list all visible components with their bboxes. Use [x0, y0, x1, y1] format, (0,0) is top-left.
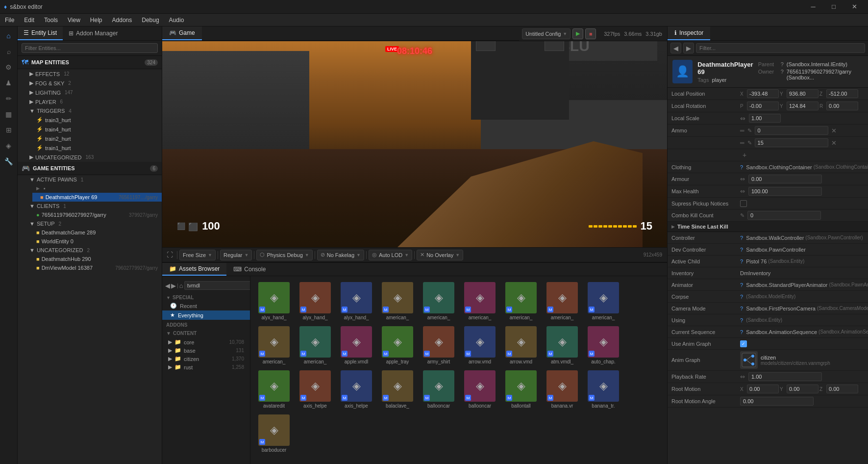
- menu-audio[interactable]: Audio: [164, 14, 189, 26]
- tab-game[interactable]: 🎮 Game: [162, 26, 202, 40]
- local-pos-x-input[interactable]: [747, 89, 779, 98]
- uncategorized-map-group[interactable]: ▶ UNCATEGORIZED 163: [25, 153, 162, 162]
- effects-group[interactable]: ▶ EFFECTS 12: [25, 69, 162, 78]
- sidebar-btn-search[interactable]: ⌕: [1, 44, 16, 59]
- ammo-delete-button-1[interactable]: ✕: [830, 126, 839, 135]
- list-item[interactable]: ⚡ train2_hurt: [32, 134, 162, 143]
- menu-addons[interactable]: Addons: [107, 14, 137, 26]
- setup-group[interactable]: ▼ SETUP 2: [25, 219, 162, 228]
- sidebar-btn-cube[interactable]: ◈: [1, 138, 16, 153]
- asset-grid-item[interactable]: ◈Mballooncar: [419, 368, 458, 411]
- asset-grid-item[interactable]: ◈Mamerican_: [501, 280, 541, 322]
- local-pos-y-input[interactable]: [787, 89, 818, 98]
- combo-kill-input[interactable]: [747, 211, 821, 220]
- sidebar-btn-person[interactable]: ♟: [1, 76, 16, 90]
- tab-assets-browser[interactable]: 📁 Assets Browser: [162, 263, 226, 276]
- deathmatch-player-item[interactable]: ■ DeathmatchPlayer 69 76561197…/garry: [32, 193, 162, 202]
- tab-addon-manager[interactable]: ⊞ Addon Manager: [63, 26, 124, 40]
- ammo-input-1[interactable]: [755, 126, 828, 135]
- overlay-control[interactable]: ✕ No Overlay ▼: [417, 250, 463, 260]
- tab-console[interactable]: ⌨ Console: [226, 263, 273, 275]
- asset-grid-item[interactable]: ◈Mamerican_: [254, 324, 294, 366]
- asset-grid-item[interactable]: ◈Mballooncar: [460, 368, 499, 411]
- local-rot-y-input[interactable]: [787, 102, 818, 110]
- asset-grid-item[interactable]: ◈Mamerican_: [296, 324, 335, 366]
- asset-grid-item[interactable]: ◈Mbalaclave_: [378, 368, 417, 411]
- lighting-group[interactable]: ▶ LIGHTING 147: [25, 88, 162, 97]
- asset-grid-item[interactable]: ◈Mamerican_: [419, 280, 458, 322]
- player-group[interactable]: ▶ PLAYER 6: [25, 97, 162, 106]
- local-rot-r-input[interactable]: [826, 102, 858, 110]
- ammo-delete-button-2[interactable]: ✕: [830, 138, 839, 147]
- asset-grid-item[interactable]: ◈Mbarboducer: [254, 412, 294, 455]
- asset-grid-item[interactable]: ◈Mamerican_: [460, 280, 499, 322]
- inspector-filter-input[interactable]: [696, 43, 865, 53]
- game-entities-header[interactable]: 🎮 GAME ENTITIES 6: [18, 162, 162, 175]
- asset-grid-item[interactable]: ◈Mballontall: [501, 368, 541, 411]
- ammo-input-2[interactable]: [755, 138, 828, 147]
- list-item[interactable]: ⚡ train1_hurt: [32, 143, 162, 153]
- free-size-control[interactable]: Free Size ▼: [179, 250, 216, 260]
- content-header[interactable]: ▼ CONTENT: [162, 329, 250, 338]
- asset-grid-item[interactable]: ◈Malyx_hand_: [337, 280, 376, 322]
- filter-entities-input[interactable]: [22, 43, 158, 53]
- list-item[interactable]: ■ WorldEntity 0: [32, 237, 162, 246]
- auto-lod-control[interactable]: ◎ Auto LOD ▼: [369, 250, 412, 260]
- root-motion-z-input[interactable]: [826, 385, 858, 393]
- armour-input[interactable]: [748, 175, 822, 183]
- fakelag-control[interactable]: ⊘ No Fakelag ▼: [317, 250, 364, 260]
- local-pos-z-input[interactable]: [826, 89, 858, 98]
- regular-control[interactable]: Regular ▼: [220, 250, 252, 260]
- folder-citizen[interactable]: ▶ 📁 citizen 1,370: [162, 355, 250, 363]
- asset-grid-item[interactable]: ◈Maxis_helpe: [337, 368, 376, 411]
- tab-entity-list[interactable]: ☰ Entity List: [18, 26, 63, 40]
- playback-rate-input[interactable]: [748, 372, 822, 381]
- asset-grid-item[interactable]: ◈Mavataredit: [254, 368, 294, 411]
- stop-button[interactable]: ■: [585, 28, 596, 39]
- play-button[interactable]: ▶: [572, 28, 583, 39]
- menu-edit[interactable]: Edit: [19, 14, 39, 26]
- path-input[interactable]: [184, 281, 250, 290]
- menu-view[interactable]: View: [63, 14, 85, 26]
- sidebar-btn-layers[interactable]: ⊞: [1, 123, 16, 137]
- menu-file[interactable]: File: [0, 14, 19, 26]
- folder-base[interactable]: ▶ 📁 base 131: [162, 346, 250, 355]
- asset-grid-item[interactable]: ◈Mapple_tray: [378, 324, 417, 366]
- local-rot-p-input[interactable]: [747, 102, 779, 110]
- suppress-pickup-checkbox[interactable]: [740, 200, 747, 207]
- sidebar-btn-home[interactable]: ⌂: [1, 28, 16, 43]
- asset-grid-item[interactable]: ◈Marrow.vmd: [501, 324, 541, 366]
- root-motion-angle-input[interactable]: [740, 397, 814, 406]
- time-since-kill-section[interactable]: ▶ Time Since Last Kill: [668, 222, 868, 232]
- sidebar-btn-settings[interactable]: ⚙: [1, 60, 16, 75]
- asset-grid-item[interactable]: ◈Mbanana_tr.: [584, 368, 623, 411]
- folder-core[interactable]: ▶ 📁 core 10,708: [162, 338, 250, 346]
- config-selector[interactable]: Untitled Config ▼: [522, 28, 570, 39]
- fullscreen-button[interactable]: ⛶: [164, 250, 175, 260]
- tab-inspector[interactable]: ℹ Inspector: [668, 26, 710, 40]
- path-home-button[interactable]: ⌂: [179, 280, 183, 291]
- max-health-input[interactable]: [748, 187, 822, 196]
- asset-grid-item[interactable]: ◈Mamerican_: [378, 280, 417, 322]
- ammo-add-button[interactable]: +: [740, 151, 749, 159]
- folder-rust[interactable]: ▶ 📁 rust 1,258: [162, 363, 250, 371]
- asset-grid-item[interactable]: ◈Matm.vmdl_: [543, 324, 582, 366]
- path-forward-button[interactable]: ▶: [171, 280, 176, 291]
- close-button[interactable]: ✕: [844, 0, 864, 14]
- list-item[interactable]: ■ DmViewModel 16387 79602779927/garry: [32, 263, 162, 272]
- maximize-button[interactable]: □: [824, 0, 843, 14]
- root-motion-y-input[interactable]: [787, 385, 818, 393]
- nav-back-button[interactable]: ◀: [670, 43, 681, 53]
- path-back-button[interactable]: ◀: [165, 280, 170, 291]
- asset-grid-item[interactable]: ◈Marrow.vmd: [460, 324, 499, 366]
- asset-grid-item[interactable]: ◈Marmy_shirt: [419, 324, 458, 366]
- list-item[interactable]: ■ DeathmatchGame 289: [32, 228, 162, 237]
- assets-everything-item[interactable]: ★ Everything: [162, 310, 250, 320]
- game-viewport[interactable]: BLU LIVE 08:10:46 ⬛ ⬛: [162, 41, 667, 247]
- sidebar-btn-grid[interactable]: ▦: [1, 107, 16, 122]
- minimize-button[interactable]: ─: [803, 0, 823, 14]
- asset-grid-item[interactable]: ◈Mapple.vmdl: [337, 324, 376, 366]
- sidebar-btn-paint[interactable]: ✏: [1, 91, 16, 106]
- fog-sky-group[interactable]: ▶ FOG & SKY 2: [25, 78, 162, 88]
- list-item[interactable]: ▶ ▪: [32, 184, 162, 193]
